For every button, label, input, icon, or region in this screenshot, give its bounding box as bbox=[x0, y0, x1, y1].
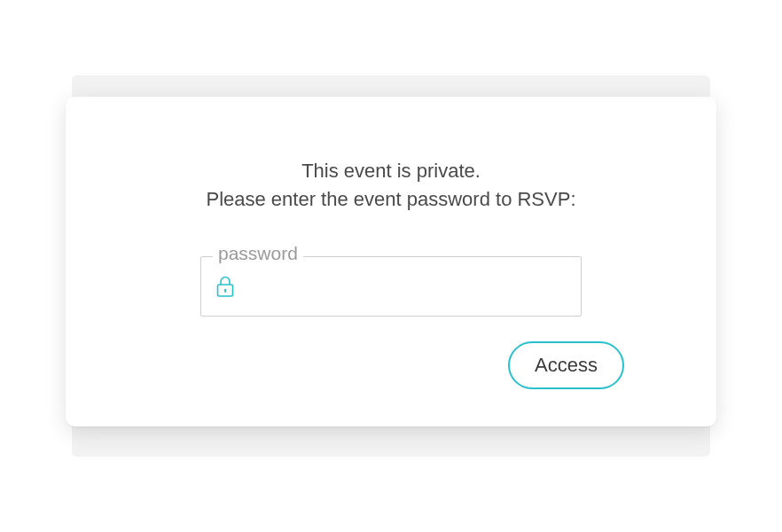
password-input[interactable] bbox=[246, 257, 567, 316]
backdrop-panel: This event is private. Please enter the … bbox=[72, 75, 710, 457]
message-line-1: This event is private. bbox=[119, 157, 663, 185]
svg-point-1 bbox=[224, 289, 226, 291]
access-button[interactable]: Access bbox=[508, 341, 624, 389]
password-field-label: password bbox=[213, 243, 303, 264]
password-modal: This event is private. Please enter the … bbox=[66, 97, 716, 426]
button-row: Access bbox=[119, 341, 663, 389]
modal-message: This event is private. Please enter the … bbox=[119, 157, 663, 214]
password-field-box[interactable] bbox=[200, 256, 582, 317]
password-field-wrap: password bbox=[200, 256, 582, 317]
message-line-2: Please enter the event password to RSVP: bbox=[119, 185, 663, 214]
lock-icon bbox=[215, 275, 235, 298]
